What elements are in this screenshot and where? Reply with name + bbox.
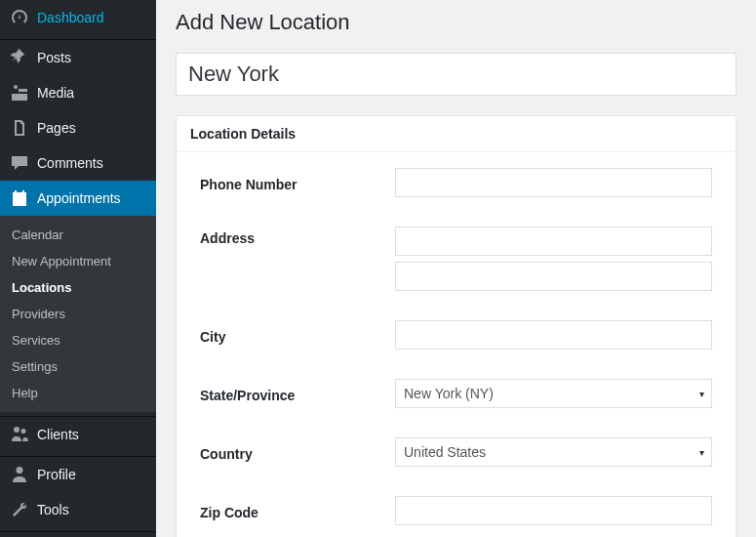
sidebar-item-comments[interactable]: Comments [0, 145, 156, 181]
media-icon [10, 83, 29, 103]
page-title: Add New Location [176, 10, 736, 35]
sidebar-item-label: Media [37, 85, 74, 101]
dashboard-icon [10, 8, 29, 27]
location-details-panel: Location Details Phone Number Address Ci… [176, 115, 736, 537]
main-content: Add New Location Location Details Phone … [156, 0, 756, 537]
sidebar-item-label: Clients [37, 427, 79, 442]
sidebar-submenu: Calendar New Appointment Locations Provi… [0, 216, 156, 412]
sidebar-item-label: Comments [37, 155, 103, 171]
sidebar-item-dashboard[interactable]: Dashboard [0, 0, 156, 35]
city-label: City [200, 325, 395, 345]
sidebar-item-media[interactable]: Media [0, 75, 156, 110]
sidebar-item-label: Appointments [37, 190, 121, 206]
tools-icon [10, 500, 29, 519]
address1-input[interactable] [395, 227, 712, 256]
sidebar-item-profile[interactable]: Profile [0, 457, 156, 492]
submenu-item-locations[interactable]: Locations [0, 274, 156, 301]
sidebar-item-label: Posts [37, 50, 71, 65]
submenu-item-settings[interactable]: Settings [0, 353, 156, 380]
zip-label: Zip Code [200, 501, 395, 520]
submenu-item-new-appointment[interactable]: New Appointment [0, 248, 156, 274]
submenu-item-services[interactable]: Services [0, 327, 156, 353]
sidebar-item-clients[interactable]: Clients [0, 417, 156, 452]
address-label: Address [200, 227, 395, 246]
clients-icon [10, 425, 29, 444]
sidebar-item-posts[interactable]: Posts [0, 40, 156, 75]
submenu-item-help[interactable]: Help [0, 380, 156, 406]
state-select[interactable]: New York (NY) [395, 379, 712, 408]
sidebar-item-label: Profile [37, 467, 76, 482]
zip-input[interactable] [395, 496, 712, 525]
phone-label: Phone Number [200, 173, 395, 192]
sidebar-item-pages[interactable]: Pages [0, 110, 156, 145]
country-select[interactable]: United States [395, 437, 712, 467]
sidebar-item-appointments[interactable]: Appointments [0, 181, 156, 216]
pin-icon [10, 48, 29, 67]
submenu-item-providers[interactable]: Providers [0, 301, 156, 327]
pages-icon [10, 118, 29, 138]
submenu-item-calendar[interactable]: Calendar [0, 222, 156, 248]
location-name-input[interactable] [176, 53, 736, 96]
comment-icon [10, 153, 29, 173]
phone-input[interactable] [395, 168, 712, 197]
panel-heading: Location Details [177, 116, 736, 152]
sidebar-item-tools[interactable]: Tools [0, 492, 156, 527]
address2-input[interactable] [395, 262, 712, 291]
country-label: Country [200, 442, 395, 462]
profile-icon [10, 465, 29, 484]
admin-sidebar: Dashboard Posts Media Pages Comments App… [0, 0, 156, 537]
state-label: State/Province [200, 384, 395, 403]
collapse-menu[interactable]: Collapse menu [0, 532, 156, 537]
sidebar-item-label: Dashboard [37, 10, 104, 25]
sidebar-item-label: Tools [37, 502, 69, 517]
calendar-icon [10, 188, 29, 208]
sidebar-item-label: Pages [37, 120, 76, 136]
city-input[interactable] [395, 320, 712, 350]
